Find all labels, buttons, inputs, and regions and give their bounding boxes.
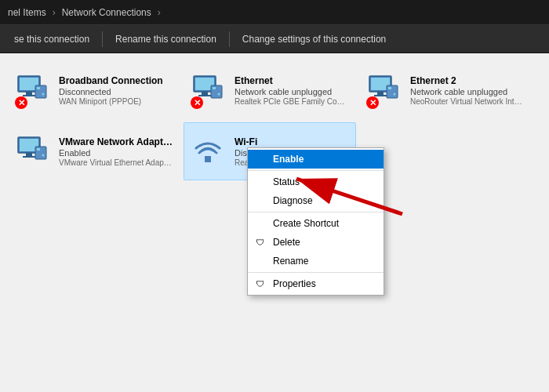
connection-status: Enabled <box>59 148 173 158</box>
list-item[interactable]: ✕ Ethernet Network cable unplugged Realt… <box>184 61 356 119</box>
list-item[interactable]: VMware Network Adapter VMnet8 Enabled VM… <box>8 122 180 180</box>
context-menu-item-diagnose[interactable]: Diagnose <box>248 191 384 210</box>
context-menu-item-create-shortcut[interactable]: Create Shortcut <box>248 214 384 233</box>
context-menu-separator <box>248 212 384 212</box>
shield-icon: 🛡 <box>256 238 264 247</box>
list-item[interactable]: ✕ Ethernet 2 Network cable unplugged Neo… <box>359 61 532 119</box>
svg-point-27 <box>42 154 45 157</box>
connection-adapter: NeoRouter Virtual Network Interf... <box>410 97 525 106</box>
svg-rect-10 <box>198 95 211 96</box>
connection-name: Broadband Connection <box>59 75 163 86</box>
svg-point-6 <box>42 93 45 96</box>
connection-adapter: Realtek PCIe GBE Family Controller <box>235 97 349 106</box>
breadcrumb: nel Items › Network Connections › <box>8 7 164 18</box>
connection-info: Ethernet 2 Network cable unplugged NeoRo… <box>410 75 525 106</box>
status-label: Status <box>273 176 300 187</box>
breadcrumb-sep1: › <box>53 7 56 18</box>
breadcrumb-part2: Network Connections <box>62 7 151 18</box>
connection-status: Network cable unplugged <box>235 87 349 96</box>
context-menu-separator <box>248 272 384 273</box>
connection-adapter: VMware Virtual Ethernet Adapter ... <box>59 158 173 167</box>
enable-label: Enable <box>273 154 304 165</box>
connection-icon-wrap <box>191 132 228 170</box>
context-menu: Enable Status Diagnose Create Shortcut 🛡… <box>247 147 384 296</box>
svg-rect-28 <box>205 156 211 162</box>
context-menu-item-rename[interactable]: Rename <box>248 252 384 270</box>
error-badge: ✕ <box>366 96 379 109</box>
connection-name: Ethernet <box>235 75 349 86</box>
breadcrumb-sep2: › <box>158 7 161 18</box>
context-menu-separator <box>248 170 384 171</box>
connection-info: VMware Network Adapter VMnet8 Enabled VM… <box>59 136 173 167</box>
wifi-icon <box>191 132 225 167</box>
context-menu-item-status[interactable]: Status <box>248 172 384 191</box>
svg-rect-23 <box>26 153 32 156</box>
svg-rect-9 <box>202 92 208 95</box>
vmware-icon <box>15 132 49 167</box>
connection-name: Ethernet 2 <box>410 75 525 86</box>
context-menu-item-enable[interactable]: Enable <box>248 150 384 169</box>
svg-rect-5 <box>37 87 40 89</box>
context-menu-item-properties[interactable]: 🛡 Properties <box>248 274 384 293</box>
connection-info: Ethernet Network cable unplugged Realtek… <box>235 75 349 106</box>
change-settings-button[interactable]: Change settings of this connection <box>235 31 394 48</box>
rename-connection-button[interactable]: Rename this connection <box>107 31 224 48</box>
connection-name: Wi-Fi <box>235 136 275 147</box>
properties-label: Properties <box>273 278 316 289</box>
main-content: ✕ Broadband Connection Disconnected WAN … <box>0 53 549 392</box>
svg-rect-3 <box>23 95 35 96</box>
svg-point-20 <box>394 93 396 96</box>
breadcrumb-part1: nel Items <box>8 7 46 18</box>
connection-adapter: WAN Miniport (PPPOE) <box>59 97 163 106</box>
diagnose-label: Diagnose <box>273 195 313 206</box>
svg-point-13 <box>218 93 220 96</box>
svg-rect-16 <box>377 92 384 95</box>
connection-name: VMware Network Adapter VMnet8 <box>59 136 173 147</box>
rename-label: Rename <box>273 256 308 267</box>
connection-icon-wrap: ✕ <box>366 71 404 109</box>
connection-info: Broadband Connection Disconnected WAN Mi… <box>59 75 163 106</box>
connection-icon-wrap: ✕ <box>15 71 53 109</box>
use-connection-button[interactable]: se this connection <box>6 31 97 48</box>
create-shortcut-label: Create Shortcut <box>273 218 339 229</box>
svg-rect-19 <box>388 87 391 89</box>
connection-icon-wrap: ✕ <box>191 71 228 109</box>
list-item[interactable]: ✕ Broadband Connection Disconnected WAN … <box>8 61 180 119</box>
connection-icon-wrap <box>15 132 53 170</box>
svg-rect-2 <box>26 92 32 95</box>
svg-rect-26 <box>37 148 40 151</box>
error-badge: ✕ <box>15 96 27 109</box>
delete-label: Delete <box>273 237 300 248</box>
toolbar-separator-1 <box>102 31 103 47</box>
toolbar-separator-2 <box>229 31 230 47</box>
svg-rect-24 <box>23 156 35 158</box>
error-badge: ✕ <box>191 96 203 109</box>
svg-rect-12 <box>213 87 216 89</box>
title-bar: nel Items › Network Connections › <box>0 0 549 25</box>
context-menu-item-delete[interactable]: 🛡 Delete <box>248 233 384 252</box>
toolbar: se this connection Rename this connectio… <box>0 25 549 53</box>
shield-icon: 🛡 <box>256 279 264 289</box>
connection-status: Network cable unplugged <box>410 87 525 96</box>
connection-status: Disconnected <box>59 87 163 96</box>
svg-rect-17 <box>374 95 387 96</box>
